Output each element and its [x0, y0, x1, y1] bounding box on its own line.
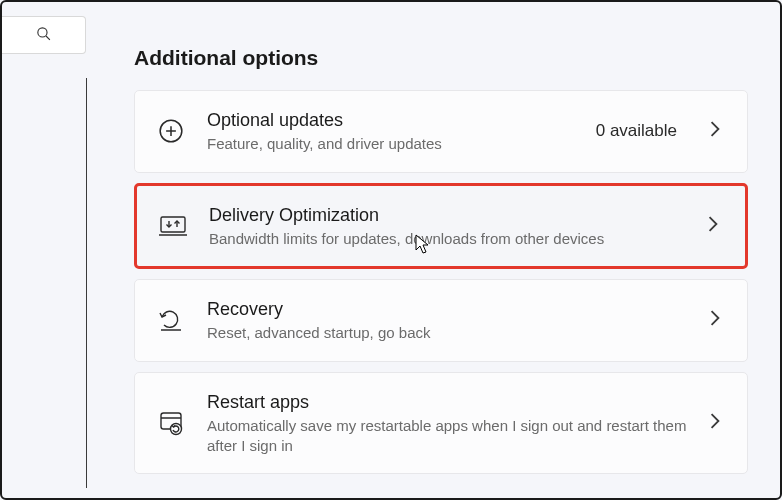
vertical-divider: [86, 78, 87, 488]
card-title: Restart apps: [207, 390, 687, 414]
delivery-optimization-icon: [159, 212, 187, 240]
svg-line-1: [46, 35, 50, 39]
chevron-right-icon: [707, 216, 723, 236]
available-count: 0 available: [596, 121, 677, 141]
card-subtitle: Bandwidth limits for updates, downloads …: [209, 229, 685, 249]
restart-apps-icon: [157, 409, 185, 437]
svg-rect-5: [161, 217, 185, 232]
search-button[interactable]: [2, 16, 86, 54]
search-icon: [35, 25, 52, 46]
svg-point-12: [171, 424, 182, 435]
restart-apps-row[interactable]: Restart apps Automatically save my resta…: [134, 372, 748, 475]
chevron-right-icon: [709, 310, 725, 330]
chevron-right-icon: [709, 413, 725, 433]
card-subtitle: Reset, advanced startup, go back: [207, 323, 687, 343]
section-title: Additional options: [134, 46, 748, 70]
card-subtitle: Feature, quality, and driver updates: [207, 134, 574, 154]
delivery-optimization-row[interactable]: Delivery Optimization Bandwidth limits f…: [134, 183, 748, 270]
optional-updates-row[interactable]: Optional updates Feature, quality, and d…: [134, 90, 748, 173]
chevron-right-icon: [709, 121, 725, 141]
card-subtitle: Automatically save my restartable apps w…: [207, 416, 687, 457]
plus-circle-icon: [157, 117, 185, 145]
card-title: Optional updates: [207, 108, 574, 132]
card-title: Recovery: [207, 297, 687, 321]
card-title: Delivery Optimization: [209, 203, 685, 227]
recovery-row[interactable]: Recovery Reset, advanced startup, go bac…: [134, 279, 748, 362]
svg-point-0: [38, 27, 47, 36]
recovery-icon: [157, 306, 185, 334]
